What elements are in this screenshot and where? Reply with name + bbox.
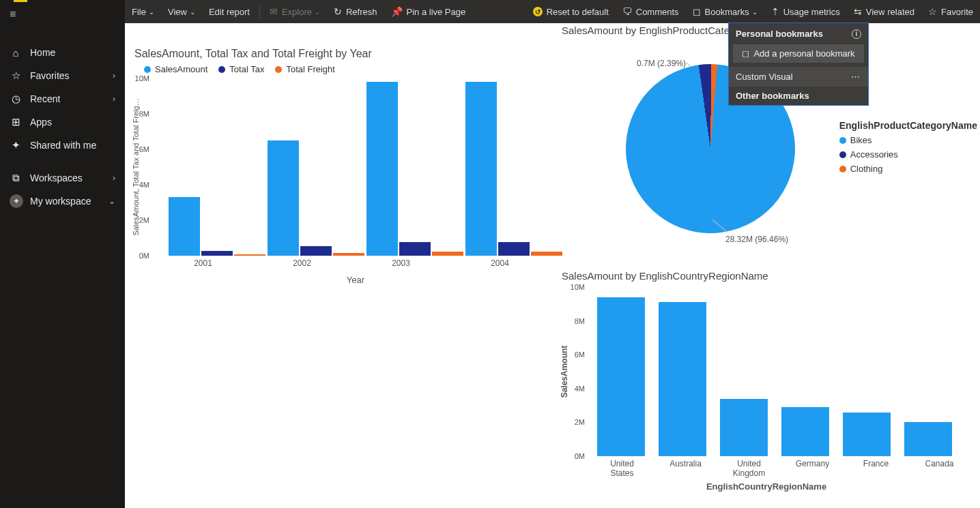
nav-workspaces[interactable]: ⧉ Workspaces › <box>0 166 125 190</box>
usage-metrics-button[interactable]: ⇡ Usage metrics <box>764 0 847 23</box>
comments-button[interactable]: 🗨 Comments <box>616 0 686 23</box>
add-bookmark-button[interactable]: ◻ Add a personal bookmark <box>733 44 864 63</box>
edit-report-button[interactable]: Edit report <box>202 0 257 23</box>
chevron-down-icon: ⌄ <box>190 8 195 16</box>
y-tick: 4M <box>575 385 585 393</box>
swatch-icon <box>275 66 282 73</box>
legend-totaltax: Total Tax <box>218 64 264 74</box>
x-category: Canada <box>914 459 964 479</box>
y-tick: 8M <box>575 317 585 325</box>
bar-group <box>450 78 549 256</box>
clock-icon: ◷ <box>10 93 22 105</box>
refresh-button[interactable]: ↻ Refresh <box>327 0 384 23</box>
legend-label: Clothing <box>850 164 883 174</box>
brand-accent <box>14 0 27 2</box>
swatch-icon <box>839 166 846 173</box>
refresh-label: Refresh <box>346 7 377 17</box>
legend-title: EnglishProductCategoryName <box>839 120 977 131</box>
separator <box>259 5 260 18</box>
y-tick: 10M <box>571 283 585 291</box>
other-bookmarks-label: Other bookmarks <box>736 91 809 101</box>
nav-favorites[interactable]: ☆ Favorites › <box>0 64 125 87</box>
file-label: File <box>132 7 146 17</box>
x-category: 2003 <box>351 258 450 268</box>
bar <box>399 242 431 256</box>
more-icon[interactable]: ⋯ <box>851 72 861 82</box>
legend-accessories: Accessories <box>839 149 977 160</box>
chevron-down-icon: ⌄ <box>315 8 320 16</box>
bookmark-icon: ◻ <box>693 6 701 17</box>
x-axis-label: EnglishCountryRegionName <box>562 481 971 492</box>
legend-label: SalesAmount <box>155 64 207 74</box>
x-category: Germany <box>788 459 837 479</box>
favorite-button[interactable]: ☆ Favorite <box>921 0 980 23</box>
bar <box>201 251 233 256</box>
bookmark-icon: ◻ <box>742 48 749 59</box>
bar <box>904 287 952 456</box>
chevron-right-icon: › <box>113 94 115 104</box>
star-icon: ☆ <box>10 70 22 82</box>
nav-label: Recent <box>30 93 113 104</box>
explore-label: Explore <box>282 7 312 17</box>
favorite-label: Favorite <box>941 7 973 17</box>
bar <box>843 287 891 456</box>
nav-my-workspace[interactable]: ✦ My workspace ⌄ <box>0 190 125 213</box>
x-category: UnitedKingdom <box>724 459 774 479</box>
refresh-icon: ↻ <box>334 6 342 17</box>
y-tick: 10M <box>135 74 149 83</box>
pin-label: Pin a live Page <box>407 7 466 17</box>
pie-slice-label-big: 28.32M (96.46%) <box>725 235 788 244</box>
chevron-down-icon: ⌄ <box>752 8 758 16</box>
bar <box>720 287 768 456</box>
bookmarks-dropdown: Personal bookmarks i ◻ Add a personal bo… <box>729 23 868 105</box>
x-category: Australia <box>661 459 710 479</box>
chevron-down-icon: ⌄ <box>149 8 154 16</box>
comments-icon: 🗨 <box>622 6 632 17</box>
reset-button[interactable]: ↺ Reset to default <box>526 0 616 23</box>
bookmarks-button[interactable]: ◻ Bookmarks⌄ <box>686 0 764 23</box>
apps-icon: ⊞ <box>10 116 22 128</box>
file-menu[interactable]: File⌄ <box>125 0 161 23</box>
bar-group <box>154 78 253 256</box>
x-category: France <box>851 459 901 479</box>
chart-sales-by-region[interactable]: SalesAmount by EnglishCountryRegionName … <box>562 270 971 502</box>
nav-label: My workspace <box>30 196 109 207</box>
view-related-button[interactable]: ⇆ View related <box>847 0 921 23</box>
bookmark-custom-visual[interactable]: Custom Visual ⋯ <box>729 67 868 87</box>
bar <box>498 242 530 256</box>
share-icon: ✦ <box>10 139 22 151</box>
star-icon: ☆ <box>928 6 937 17</box>
y-axis-label: SalesAmount, Total Tax and Total Freig… <box>132 78 140 256</box>
y-tick: 4M <box>139 181 149 189</box>
personal-bookmarks-header: Personal bookmarks i <box>729 23 868 44</box>
reset-icon: ↺ <box>533 7 543 16</box>
bookmark-item-label: Custom Visual <box>736 72 793 82</box>
info-icon[interactable]: i <box>852 29 861 39</box>
legend-label: Bikes <box>850 135 872 145</box>
legend-bikes: Bikes <box>839 135 977 145</box>
swatch-icon <box>839 151 846 158</box>
bar <box>366 82 398 256</box>
chevron-right-icon: › <box>113 173 115 183</box>
nav-home[interactable]: ⌂ Home <box>0 41 125 64</box>
view-menu[interactable]: View⌄ <box>161 0 202 23</box>
chart-plot-area: SalesAmount 0M2M4M6M8M10M <box>590 287 959 456</box>
legend-label: Total Freight <box>286 64 335 74</box>
pin-page-button[interactable]: 📌 Pin a live Page <box>384 0 473 23</box>
x-category: UnitedStates <box>597 459 647 479</box>
view-label: View <box>168 7 187 17</box>
chart-legend: SalesAmount Total Tax Total Freight <box>144 64 558 74</box>
swatch-icon <box>218 66 225 73</box>
y-tick: 2M <box>139 216 149 224</box>
x-axis-label: Year <box>154 275 558 285</box>
usage-label: Usage metrics <box>783 7 840 17</box>
nav-apps[interactable]: ⊞ Apps <box>0 110 125 134</box>
nav-recent[interactable]: ◷ Recent › <box>0 87 125 110</box>
reset-label: Reset to default <box>547 7 609 17</box>
y-tick: 6M <box>139 145 149 153</box>
hamburger-icon[interactable]: ≡ <box>0 3 125 26</box>
legend-label: Accessories <box>850 149 898 160</box>
y-tick: 6M <box>575 350 585 359</box>
nav-shared[interactable]: ✦ Shared with me <box>0 134 125 157</box>
chart-sales-by-year[interactable]: SalesAmount, Total Tax and Total Freight… <box>134 48 558 314</box>
